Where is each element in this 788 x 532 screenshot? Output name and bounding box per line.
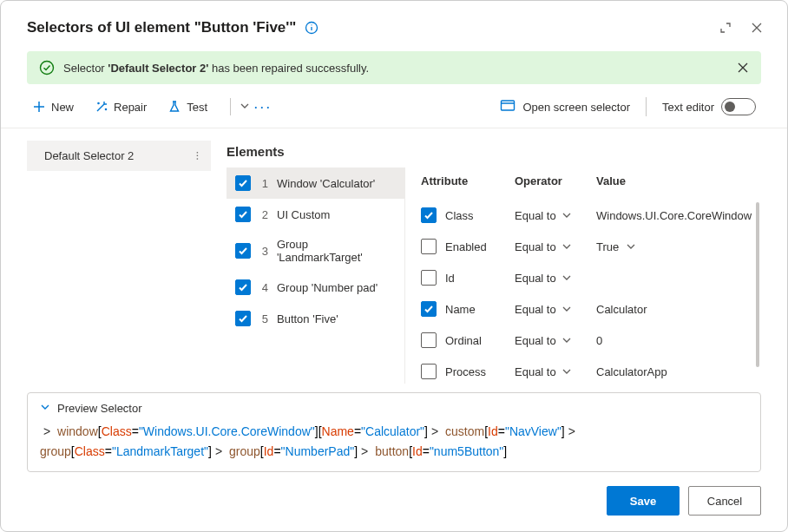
dialog-footer: Save Cancel (1, 472, 787, 531)
new-button[interactable]: New (27, 95, 79, 119)
attribute-name: Process (445, 365, 486, 378)
close-icon[interactable] (745, 16, 768, 39)
wand-icon (95, 100, 108, 114)
cancel-button[interactable]: Cancel (688, 486, 761, 516)
checkbox[interactable] (235, 175, 251, 191)
element-row[interactable]: 5Button 'Five' (227, 303, 404, 334)
attribute-name: Ordinal (445, 334, 482, 347)
attributes-panel: Attribute Operator Value ClassEqual toWi… (405, 167, 761, 384)
svg-rect-6 (502, 101, 515, 110)
elements-title: Elements (227, 141, 761, 167)
element-row[interactable]: 2UI Custom (227, 199, 404, 230)
attribute-value[interactable]: Calculator (596, 303, 647, 316)
checkbox[interactable] (421, 301, 437, 317)
test-button[interactable]: Test (162, 95, 213, 119)
dialog-header: Selectors of UI element "Button 'Five'" (1, 1, 787, 51)
operator-value[interactable]: Equal to (515, 209, 556, 222)
success-check-icon (39, 60, 55, 76)
chevron-down-icon[interactable] (561, 241, 572, 252)
checkbox[interactable] (235, 207, 251, 222)
attribute-row: ProcessEqual toCalculatorApp (421, 356, 752, 384)
selector-name: Default Selector 2 (44, 149, 134, 162)
scrollbar-thumb[interactable] (756, 202, 759, 367)
svg-point-5 (105, 108, 106, 109)
checkbox[interactable] (235, 279, 251, 295)
checkbox[interactable] (235, 311, 251, 326)
attribute-name: Class (445, 209, 474, 222)
plus-icon (32, 100, 46, 114)
success-banner: Selector 'Default Selector 2' has been r… (27, 51, 761, 84)
chevron-down-icon[interactable] (561, 304, 572, 314)
attribute-row: OrdinalEqual to0 (421, 325, 752, 356)
checkbox[interactable] (421, 239, 437, 254)
attribute-name: Enabled (445, 240, 487, 253)
flask-icon (167, 100, 181, 114)
more-vertical-icon[interactable]: ··· (196, 151, 200, 161)
operator-value[interactable]: Equal to (515, 334, 556, 347)
element-row[interactable]: 3Group 'LandmarkTarget' (227, 230, 404, 272)
checkbox[interactable] (421, 364, 437, 379)
checkbox[interactable] (421, 332, 437, 348)
operator-value[interactable]: Equal to (515, 365, 556, 378)
element-label: Button 'Five' (277, 312, 338, 325)
attribute-name: Name (445, 303, 476, 316)
attribute-value[interactable]: True (596, 240, 619, 253)
checkbox[interactable] (421, 207, 437, 223)
chevron-down-icon[interactable] (561, 335, 572, 345)
checkbox[interactable] (235, 243, 251, 259)
element-index: 1 (259, 177, 268, 190)
dialog-title: Selectors of UI element "Button 'Five'" (27, 19, 296, 36)
element-index: 5 (259, 312, 268, 325)
save-button[interactable]: Save (607, 486, 680, 516)
chevron-down-icon[interactable] (626, 241, 636, 252)
chevron-down-icon (40, 402, 50, 415)
element-label: UI Custom (277, 208, 330, 221)
repair-button[interactable]: Repair (89, 95, 152, 119)
text-editor-toggle[interactable]: Text editor (657, 95, 761, 119)
operator-value[interactable]: Equal to (515, 303, 556, 316)
attributes-header: Attribute Operator Value (421, 167, 752, 200)
element-index: 4 (259, 281, 268, 294)
chevron-down-icon[interactable] (561, 366, 572, 377)
preview-selector-text: > window[Class="Windows.UI.Core.CoreWind… (40, 422, 748, 461)
element-label: Group 'LandmarkTarget' (277, 238, 396, 264)
elements-tree: 1Window 'Calculator'2UI Custom3Group 'La… (227, 167, 405, 384)
banner-close-icon[interactable] (737, 62, 749, 74)
attribute-row: EnabledEqual toTrue (421, 231, 752, 262)
operator-value[interactable]: Equal to (515, 240, 556, 253)
attribute-value[interactable]: Windows.UI.Core.CoreWindow (596, 209, 752, 222)
elements-panel: Elements 1Window 'Calculator'2UI Custom3… (227, 141, 761, 384)
chevron-down-icon[interactable] (240, 101, 250, 114)
banner-text: Selector 'Default Selector 2' has been r… (63, 62, 369, 75)
svg-point-2 (312, 24, 312, 25)
preview-toggle[interactable]: Preview Selector (40, 402, 748, 415)
attribute-value[interactable]: 0 (596, 334, 602, 347)
open-screen-selector-button[interactable]: Open screen selector (495, 95, 635, 119)
toggle-off-icon[interactable] (721, 98, 756, 115)
screen-icon (500, 99, 515, 115)
preview-selector-panel: Preview Selector > window[Class="Windows… (27, 392, 761, 472)
element-index: 3 (259, 245, 268, 258)
attribute-row: IdEqual to (421, 262, 752, 293)
svg-point-3 (41, 62, 54, 75)
chevron-down-icon[interactable] (561, 210, 572, 220)
attribute-row: ClassEqual toWindows.UI.Core.CoreWindow (421, 200, 752, 231)
checkbox[interactable] (421, 270, 437, 286)
selector-list: Default Selector 2··· (27, 141, 211, 384)
operator-value[interactable]: Equal to (515, 272, 556, 285)
chevron-down-icon[interactable] (561, 273, 572, 283)
selector-list-item[interactable]: Default Selector 2··· (27, 141, 211, 171)
more-icon[interactable]: ··· (253, 98, 272, 116)
svg-point-4 (98, 102, 99, 103)
toolbar: New Repair Test ··· Open screen selector… (1, 91, 787, 128)
main-content: Default Selector 2··· Elements 1Window '… (1, 128, 787, 384)
info-icon[interactable] (305, 21, 318, 35)
element-row[interactable]: 4Group 'Number pad' (227, 272, 404, 303)
attribute-value[interactable]: CalculatorApp (596, 365, 667, 378)
attribute-name: Id (445, 272, 455, 285)
element-label: Group 'Number pad' (277, 281, 378, 294)
toolbar-divider (230, 98, 231, 115)
element-row[interactable]: 1Window 'Calculator' (227, 167, 404, 199)
expand-icon[interactable] (714, 16, 737, 39)
element-index: 2 (259, 208, 268, 221)
